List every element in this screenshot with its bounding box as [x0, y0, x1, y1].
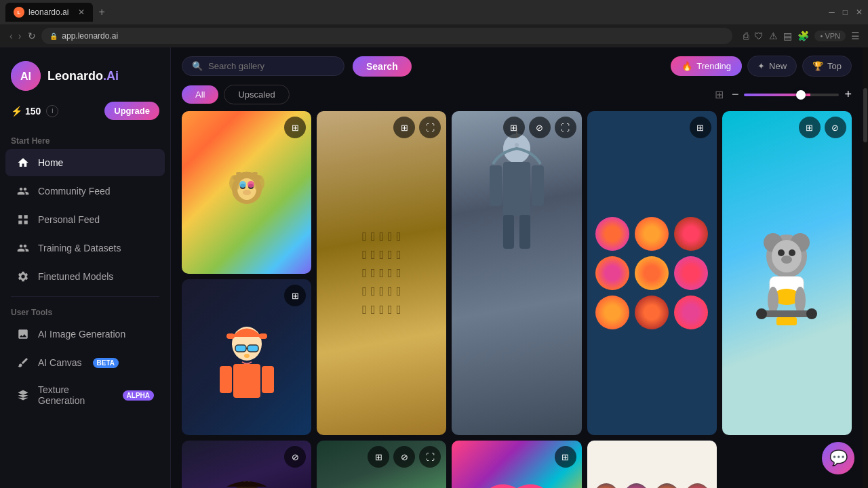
- svg-rect-16: [532, 165, 544, 206]
- back-btn[interactable]: ‹: [8, 29, 14, 43]
- forward-btn[interactable]: ›: [17, 29, 23, 43]
- filter-all[interactable]: All: [182, 85, 218, 104]
- chat-icon: 💬: [829, 449, 848, 467]
- tab-close-btn[interactable]: ✕: [78, 7, 85, 17]
- training-label: Training & Datasets: [38, 243, 121, 253]
- token-number: 150: [25, 106, 41, 117]
- maximize-btn[interactable]: □: [843, 7, 848, 17]
- svg-rect-39: [235, 345, 246, 352]
- card-edit-btn-5[interactable]: ⊘: [825, 117, 846, 138]
- card-magic-btn-5[interactable]: ⊞: [799, 117, 821, 138]
- gallery-card-1[interactable]: ⊞: [182, 111, 311, 274]
- texture-generation-label: Texture Generation: [38, 384, 112, 406]
- new-label: New: [769, 61, 787, 71]
- token-info-btn[interactable]: i: [46, 105, 58, 117]
- token-count: ⚡ 150: [11, 106, 41, 117]
- card-expand-btn-8[interactable]: ⛶: [419, 446, 441, 468]
- card-expand-btn-3[interactable]: ⛶: [555, 117, 576, 138]
- svg-point-26: [789, 249, 795, 256]
- trending-button[interactable]: 🔥 Trending: [671, 56, 742, 76]
- card-magic-btn-2[interactable]: ⊞: [393, 117, 415, 138]
- svg-point-12: [248, 181, 254, 188]
- sidebar-item-home[interactable]: Home: [5, 149, 165, 176]
- card-magic-btn-9[interactable]: ⊞: [555, 446, 576, 468]
- gallery-card-5[interactable]: ⊞ ⊘: [722, 111, 852, 435]
- svg-point-11: [239, 181, 246, 188]
- search-input[interactable]: [208, 61, 334, 71]
- personal-feed-icon: [16, 213, 30, 226]
- card-edit-btn-3[interactable]: ⊘: [529, 117, 551, 138]
- close-btn[interactable]: ✕: [856, 7, 863, 17]
- start-here-label: Start Here: [0, 131, 170, 148]
- filter-upscaled[interactable]: Upscaled: [224, 85, 289, 104]
- card-magic-btn-4[interactable]: ⊞: [690, 117, 711, 138]
- new-button[interactable]: ✦ New: [747, 56, 797, 77]
- upgrade-button[interactable]: Upgrade: [104, 102, 159, 120]
- card-magic-btn-1[interactable]: ⊞: [284, 117, 306, 138]
- sidebar-item-ai-canvas[interactable]: AI Canvas BETA: [5, 349, 165, 376]
- new-icon: ✦: [757, 61, 765, 71]
- extensions-icon[interactable]: 🧩: [797, 30, 809, 41]
- card-edit-btn-7[interactable]: ⊘: [284, 446, 306, 468]
- search-button[interactable]: Search: [353, 56, 412, 77]
- svg-rect-32: [763, 310, 810, 317]
- sidebar-item-personal-feed[interactable]: Personal Feed: [5, 206, 165, 233]
- gallery-card-3[interactable]: ⊞ ⊘ ⛶: [452, 111, 581, 435]
- card-overlay-7: ⊘: [284, 446, 306, 468]
- card-edit-btn-8[interactable]: ⊘: [393, 446, 415, 468]
- sidebar-item-texture[interactable]: Texture Generation ALPHA: [5, 378, 165, 413]
- gallery-card-6[interactable]: ⊞: [182, 279, 311, 435]
- size-slider[interactable]: [744, 94, 839, 96]
- gallery-card-4[interactable]: ⊞: [587, 111, 717, 435]
- logo-text: Leonardo.Ai: [47, 69, 119, 83]
- card-overlay-1: ⊞: [284, 117, 306, 138]
- ai-canvas-label: AI Canvas: [38, 357, 82, 368]
- svg-point-30: [768, 287, 778, 314]
- gallery-card-10[interactable]: [587, 441, 717, 488]
- svg-point-3: [237, 178, 256, 200]
- page-scrollbar[interactable]: [863, 47, 868, 488]
- menu-icon[interactable]: ☰: [851, 30, 860, 41]
- sidebar-item-finetuned[interactable]: Finetuned Models: [5, 263, 165, 290]
- sidebar-item-community-feed[interactable]: Community Feed: [5, 178, 165, 205]
- active-tab[interactable]: L leonardo.ai ✕: [5, 3, 93, 22]
- search-box[interactable]: 🔍: [182, 56, 344, 76]
- trending-label: Trending: [696, 61, 731, 71]
- card-overlay-6: ⊞: [284, 285, 306, 306]
- sidebar-item-ai-image[interactable]: AI Image Generation: [5, 321, 165, 348]
- app-layout: AI Leonardo.Ai ⚡ 150 i Upgrade Start Her…: [0, 47, 868, 488]
- user-tools-label: User Tools: [0, 302, 170, 320]
- svg-rect-17: [503, 215, 514, 249]
- chat-bubble[interactable]: 💬: [822, 442, 854, 474]
- minimize-btn[interactable]: ─: [829, 7, 835, 17]
- size-increase-btn[interactable]: +: [844, 87, 852, 102]
- gallery-card-2[interactable]: 𓀀𓂀𓃀𓄀𓅀 𓆀𓇀𓈀𓉀𓊀 𓋀𓌀𓍀𓎀𓏀 𓀁𓂁𓃁𓄁𓅁 𓆁𓇁𓈁𓉁𓊁 ⊞ ⛶: [317, 111, 446, 435]
- gallery-grid: ⊞ 𓀀𓂀𓃀𓄀𓅀 𓆀𓇀𓈀𓉀𓊀 𓋀𓌀𓍀𓎀𓏀 𓀁𓂁𓃁𓄁𓅁 𓆁𓇁𓈁𓉁𓊁: [171, 111, 863, 488]
- masonry-grid: ⊞ 𓀀𓂀𓃀𓄀𓅀 𓆀𓇀𓈀𓉀𓊀 𓋀𓌀𓍀𓎀𓏀 𓀁𓂁𓃁𓄁𓅁 𓆁𓇁𓈁𓉁𓊁: [182, 111, 852, 488]
- svg-point-31: [795, 287, 806, 314]
- tab-title: leonardo.ai: [28, 7, 68, 17]
- gallery-card-8[interactable]: ⊕ RRCG 人人素材 ⊞ ⊘ ⛶: [317, 441, 446, 488]
- reader-icon[interactable]: ▤: [783, 30, 792, 41]
- card-expand-btn-2[interactable]: ⛶: [419, 117, 441, 138]
- address-bar[interactable]: 🔒 app.leonardo.ai: [41, 28, 732, 44]
- shield-icon[interactable]: 🛡: [754, 30, 764, 41]
- new-tab-button[interactable]: +: [96, 3, 107, 21]
- size-decrease-btn[interactable]: −: [732, 87, 739, 102]
- card-magic-btn-6[interactable]: ⊞: [284, 285, 306, 306]
- card-magic-btn-3[interactable]: ⊞: [503, 117, 525, 138]
- reload-btn[interactable]: ↻: [28, 30, 36, 41]
- gallery-card-7[interactable]: ⊘: [182, 441, 311, 488]
- sidebar-item-training[interactable]: Training & Datasets: [5, 235, 165, 262]
- share-icon[interactable]: ⎙: [743, 30, 749, 41]
- top-button[interactable]: 🏆 Top: [802, 56, 852, 77]
- sidebar-divider-1: [11, 296, 159, 297]
- svg-text:AI: AI: [20, 70, 31, 82]
- card-magic-btn-8[interactable]: ⊞: [368, 446, 389, 468]
- alert-icon[interactable]: ⚠: [769, 30, 778, 41]
- card-overlay-4: ⊞: [690, 117, 711, 138]
- sidebar: AI Leonardo.Ai ⚡ 150 i Upgrade Start Her…: [0, 47, 171, 488]
- svg-point-9: [229, 175, 240, 191]
- grid-view-btn[interactable]: ⊞: [712, 85, 726, 104]
- gallery-card-9[interactable]: ⊞: [452, 441, 581, 488]
